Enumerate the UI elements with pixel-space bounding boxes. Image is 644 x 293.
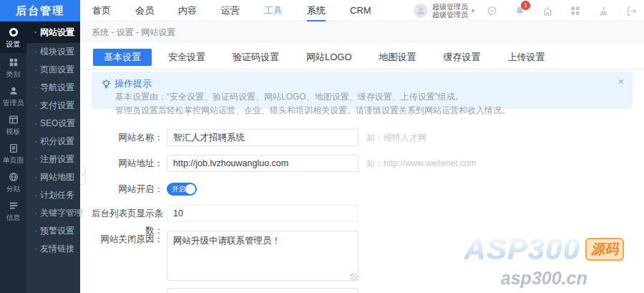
- rail-label: 信息: [1, 213, 26, 222]
- message-icon[interactable]: [486, 5, 497, 16]
- nav-crm[interactable]: CRM: [338, 0, 384, 21]
- single-page-icon: [0, 143, 26, 154]
- bell-icon[interactable]: 1: [514, 5, 525, 16]
- user-name-line2: 超级管理员: [432, 11, 468, 19]
- tips-alert: 操作提示 基本设置由：“安全设置、验证码设置、网站LOGO、地图设置、缓存设置、…: [92, 72, 633, 109]
- rail-label: 管理员: [1, 98, 26, 107]
- close-icon[interactable]: ×: [618, 76, 624, 87]
- sidebar-submenu: 网站设置 模块设置 页面设置 导航设置 支付设置 SEO设置 积分设置 注册设置…: [26, 21, 80, 293]
- top-navigation: 首页 会员 内容 运营 工具 系统 CRM: [80, 0, 384, 21]
- submenu-item-sitemap[interactable]: 网站地图: [26, 168, 80, 186]
- tab-captcha-settings[interactable]: 验证码设置: [222, 49, 290, 66]
- toggle-knob: [185, 184, 195, 194]
- alert-line1: 基本设置由：“安全设置、验证码设置、网站LOGO、地图设置、缓存设置、上传设置”…: [115, 90, 623, 104]
- submenu-item-points-settings[interactable]: 积分设置: [26, 133, 80, 150]
- admin-user-icon: [0, 85, 26, 97]
- site-url-hint: 如：http://www.weitenet.com: [366, 155, 476, 172]
- submenu-item-site-settings[interactable]: 网站设置: [26, 21, 80, 43]
- rail-item-subsite[interactable]: 分站: [0, 168, 26, 196]
- rail-item-category[interactable]: 类别: [0, 53, 26, 82]
- avatar[interactable]: [414, 4, 428, 18]
- notification-badge: 1: [521, 1, 530, 10]
- user-name[interactable]: 超级管理员 超级管理员: [432, 3, 468, 19]
- rail-item-admin[interactable]: 管理员: [0, 82, 26, 110]
- alert-title-row: 操作提示: [102, 77, 623, 90]
- submenu-item-cron-tasks[interactable]: 计划任务: [26, 186, 80, 204]
- nav-members[interactable]: 会员: [123, 0, 166, 21]
- close-reason-textarea[interactable]: [167, 231, 358, 281]
- apps-grid-icon[interactable]: [570, 5, 581, 16]
- app-logo: 后台管理: [0, 0, 80, 21]
- submenu-item-alerts[interactable]: 预警设置: [26, 222, 80, 240]
- site-url-input[interactable]: [167, 155, 358, 172]
- toggle-on-text: 开启: [172, 183, 185, 196]
- breadcrumb: 系统 - 设置 - 网站设置: [80, 21, 644, 43]
- rail-item-template[interactable]: 模板: [0, 110, 26, 139]
- submenu-item-friend-links[interactable]: 友情链接: [26, 240, 80, 258]
- alert-line2: 管理员设置后轻松掌控网站运营、企业、猎头和培训相关设置。请谨慎设置关系到网站运营…: [115, 104, 623, 117]
- site-name-hint: 如：维特人才网: [366, 129, 426, 146]
- broom-icon[interactable]: [597, 5, 609, 16]
- settings-tabs: 基本设置 安全设置 验证码设置 网站LOGO 地图设置 缓存设置 上传设置: [93, 49, 556, 66]
- submenu-item-seo-settings[interactable]: SEO设置: [26, 115, 80, 133]
- site-url-label: 网站地址：: [80, 155, 163, 172]
- partial-bottom-input[interactable]: [167, 288, 358, 293]
- subsite-globe-icon: [0, 171, 26, 183]
- site-open-label: 网站开启：: [80, 181, 163, 198]
- tab-security-settings[interactable]: 安全设置: [157, 49, 216, 66]
- bulb-icon: [102, 80, 111, 89]
- tab-upload-settings[interactable]: 上传设置: [497, 49, 556, 66]
- nav-content[interactable]: 内容: [166, 0, 209, 21]
- rail-label: 模板: [1, 127, 26, 136]
- submenu-item-register-settings[interactable]: 注册设置: [26, 150, 80, 168]
- chevron-down-icon[interactable]: ▼: [470, 8, 476, 14]
- nav-tools[interactable]: 工具: [252, 0, 295, 21]
- tab-map-settings[interactable]: 地图设置: [369, 49, 427, 66]
- user-name-line1: 超级管理员: [432, 3, 468, 11]
- tab-divider: [80, 69, 644, 69]
- tab-site-logo[interactable]: 网站LOGO: [296, 49, 363, 66]
- sidebar-collapse-handle[interactable]: ‹: [80, 166, 86, 185]
- site-open-toggle[interactable]: 开启: [167, 183, 197, 196]
- logout-icon[interactable]: [625, 5, 637, 16]
- rail-label: 单页面: [1, 155, 26, 165]
- nav-operations[interactable]: 运营: [209, 0, 252, 21]
- rail-item-settings[interactable]: 设置: [0, 21, 26, 53]
- rail-item-info[interactable]: 信息: [0, 196, 26, 225]
- sidebar-rail: 设置 类别 管理员 模板 单页面 分站 信息: [0, 21, 26, 293]
- gear-icon: [0, 27, 26, 38]
- submenu-item-module-settings[interactable]: 模块设置: [26, 43, 80, 61]
- submenu-item-nav-settings[interactable]: 导航设置: [26, 79, 80, 97]
- nav-home[interactable]: 首页: [80, 0, 123, 21]
- rail-label: 分站: [1, 184, 26, 193]
- home-icon[interactable]: [542, 5, 553, 16]
- category-grid-icon: [0, 57, 26, 68]
- rail-item-single-page[interactable]: 单页面: [0, 139, 26, 168]
- main-content: 系统 - 设置 - 网站设置 基本设置 安全设置 验证码设置 网站LOGO 地图…: [80, 21, 644, 293]
- tab-basic-settings[interactable]: 基本设置: [93, 49, 152, 66]
- info-list-icon: [0, 200, 26, 211]
- submenu-item-page-settings[interactable]: 页面设置: [26, 61, 80, 79]
- top-header: 后台管理 首页 会员 内容 运营 工具 系统 CRM 超级管理员 超级管理员 ▼…: [0, 0, 644, 21]
- alert-title: 操作提示: [114, 77, 152, 90]
- submenu-item-payment-settings[interactable]: 支付设置: [26, 97, 80, 115]
- list-rows-input[interactable]: [167, 205, 358, 222]
- rail-label: 设置: [1, 39, 26, 49]
- tab-cache-settings[interactable]: 缓存设置: [433, 49, 492, 66]
- site-name-input[interactable]: [167, 129, 358, 146]
- nav-system[interactable]: 系统: [295, 0, 338, 21]
- rail-label: 类别: [1, 69, 26, 79]
- close-reason-label: 网站关闭原因：: [80, 231, 163, 248]
- site-name-label: 网站名称：: [80, 129, 163, 146]
- submenu-item-keywords[interactable]: 关键字管理: [26, 204, 80, 222]
- template-icon: [0, 114, 26, 125]
